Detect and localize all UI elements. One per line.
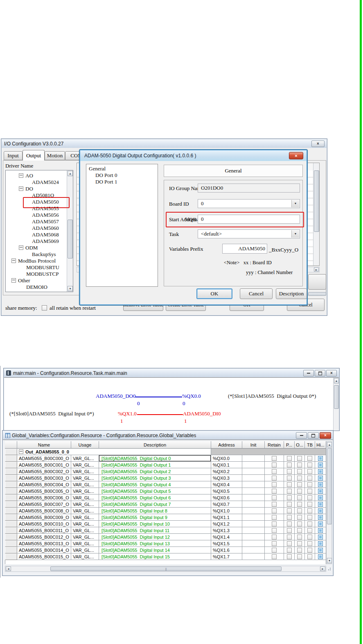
tree-item-adam5056[interactable]: ADAM5056 bbox=[6, 212, 67, 218]
init-cell[interactable] bbox=[242, 462, 265, 468]
gv-hscrollbar[interactable]: ◄ || ► bbox=[5, 566, 326, 572]
minimize-icon[interactable] bbox=[303, 370, 314, 376]
usage-cell[interactable]: VAR_GL... bbox=[71, 494, 99, 501]
p-cell[interactable] bbox=[284, 540, 295, 547]
tree-item-ao[interactable]: AO bbox=[6, 172, 67, 179]
o-checkbox[interactable] bbox=[297, 456, 302, 461]
close-icon[interactable]: × bbox=[320, 432, 331, 439]
tab-input[interactable]: Input bbox=[4, 151, 23, 160]
scroll-up-icon[interactable]: ▲ bbox=[68, 171, 73, 176]
address-cell[interactable]: %QX0.4 bbox=[211, 481, 242, 488]
tb-checkbox[interactable] bbox=[307, 535, 312, 540]
red-net-address[interactable]: %QX1.0 bbox=[118, 410, 137, 417]
tb-cell[interactable] bbox=[305, 547, 315, 553]
hi-cell[interactable] bbox=[315, 488, 326, 494]
address-cell[interactable]: %QX0.3 bbox=[211, 475, 242, 481]
o-checkbox[interactable] bbox=[297, 476, 302, 481]
p-cell[interactable] bbox=[284, 468, 295, 475]
name-cell[interactable]: ADAM5055_B00C004_O bbox=[17, 481, 71, 488]
column-header-hi[interactable]: Hi... bbox=[315, 441, 326, 449]
retain-checkbox[interactable] bbox=[272, 515, 277, 520]
p-cell[interactable] bbox=[284, 481, 295, 488]
scroll-up-icon[interactable]: ▲ bbox=[327, 442, 332, 447]
o-checkbox[interactable] bbox=[297, 469, 302, 474]
init-cell[interactable] bbox=[242, 521, 265, 527]
usage-cell[interactable]: VAR_GL... bbox=[71, 501, 99, 508]
retain-cell[interactable] bbox=[265, 481, 284, 488]
gv-hscroll-thumb[interactable]: || bbox=[50, 567, 282, 571]
column-header-name[interactable]: Name bbox=[17, 441, 71, 449]
tree-item-adam5057[interactable]: ADAM5057 bbox=[6, 218, 67, 225]
board-id-dropdown[interactable]: 0 ▼ bbox=[198, 199, 300, 208]
retain-cell[interactable] bbox=[265, 540, 284, 547]
restore-icon[interactable] bbox=[308, 432, 319, 439]
retain-checkbox[interactable] bbox=[272, 522, 277, 526]
address-cell[interactable]: %QX0.7 bbox=[211, 501, 242, 508]
description-cell[interactable]: [Slot0]ADAM5055 Digital Output 1 bbox=[99, 462, 211, 468]
description-cell[interactable]: [Slot0]ADAM5055 Digital Output 6 bbox=[99, 494, 211, 501]
description-cell[interactable]: [Slot0]ADAM5055 Digital Output 3 bbox=[99, 475, 211, 481]
tb-cell[interactable] bbox=[305, 540, 315, 547]
description-cell[interactable]: [Slot0]ADAM5055 Digital Input 10 bbox=[99, 521, 211, 527]
io-grid-vscrollbar[interactable] bbox=[313, 163, 319, 265]
hi-cell[interactable] bbox=[315, 475, 326, 481]
retain-checkbox[interactable] bbox=[272, 456, 277, 461]
tb-cell[interactable] bbox=[305, 501, 315, 508]
init-cell[interactable] bbox=[242, 494, 265, 501]
retain-cell[interactable] bbox=[265, 494, 284, 501]
row-selector[interactable] bbox=[5, 455, 17, 462]
hi-cell[interactable] bbox=[315, 521, 326, 527]
row-selector[interactable] bbox=[5, 508, 17, 514]
red-net-device[interactable]: ADAM5050_DI0 bbox=[183, 410, 221, 417]
row-selector[interactable] bbox=[5, 449, 17, 455]
retain-cell[interactable] bbox=[265, 488, 284, 494]
task-dropdown[interactable]: <default> ▼ bbox=[198, 229, 300, 238]
o-cell[interactable] bbox=[295, 514, 305, 521]
name-cell[interactable]: ADAM5055_B00C013_O bbox=[17, 540, 71, 547]
retain-cell[interactable] bbox=[265, 508, 284, 514]
p-cell[interactable] bbox=[284, 462, 295, 468]
column-header-address[interactable]: Address bbox=[211, 441, 242, 449]
p-cell[interactable] bbox=[284, 521, 295, 527]
address-cell[interactable]: %QX1.7 bbox=[211, 553, 242, 560]
tb-checkbox[interactable] bbox=[307, 522, 312, 526]
hi-cell[interactable] bbox=[315, 527, 326, 534]
hi-cell[interactable] bbox=[315, 508, 326, 514]
address-cell[interactable]: %QX0.1 bbox=[211, 462, 242, 468]
hi-cell[interactable] bbox=[315, 455, 326, 462]
collapse-icon[interactable] bbox=[11, 259, 16, 263]
cancel-button[interactable]: Cancel bbox=[240, 288, 273, 299]
row-selector[interactable] bbox=[5, 534, 17, 540]
hi-cell[interactable] bbox=[315, 481, 326, 488]
o-cell[interactable] bbox=[295, 475, 305, 481]
p-cell[interactable] bbox=[284, 475, 295, 481]
tb-checkbox[interactable] bbox=[307, 528, 312, 533]
name-cell[interactable]: ADAM5055_B00C006_O bbox=[17, 494, 71, 501]
tb-cell[interactable] bbox=[305, 534, 315, 540]
tree-item-adam5069[interactable]: ADAM5069 bbox=[6, 238, 67, 245]
main-vscroll-thumb[interactable] bbox=[334, 385, 339, 409]
p-checkbox[interactable] bbox=[287, 508, 292, 513]
row-selector[interactable] bbox=[5, 475, 17, 481]
tb-checkbox[interactable] bbox=[307, 476, 312, 481]
o-checkbox[interactable] bbox=[297, 489, 302, 494]
blue-net-address[interactable]: %QX0.0 bbox=[182, 393, 201, 399]
hi-cell[interactable] bbox=[315, 540, 326, 547]
resize-grip-icon[interactable] bbox=[328, 567, 332, 571]
init-cell[interactable] bbox=[242, 553, 265, 560]
hi-checkbox[interactable] bbox=[318, 554, 323, 559]
tree-item-adam5024[interactable]: ADAM5024 bbox=[6, 179, 67, 186]
tb-checkbox[interactable] bbox=[307, 463, 312, 467]
address-cell[interactable]: %QX1.3 bbox=[211, 527, 242, 534]
scroll-left-icon[interactable]: ◄ bbox=[6, 567, 11, 571]
usage-cell[interactable]: VAR_GL... bbox=[71, 462, 99, 468]
column-header-tb[interactable]: TB bbox=[305, 441, 315, 449]
minimize-icon[interactable] bbox=[296, 432, 307, 439]
description-button[interactable]: Description bbox=[276, 288, 307, 299]
usage-cell[interactable]: VAR_GL... bbox=[71, 514, 99, 521]
tb-checkbox[interactable] bbox=[307, 508, 312, 513]
name-cell[interactable]: ADAM5055_B00C000_O bbox=[17, 455, 71, 462]
retain-cell[interactable] bbox=[265, 468, 284, 475]
name-cell[interactable]: ADAM5055_B00C003_O bbox=[17, 475, 71, 481]
retain-checkbox[interactable] bbox=[272, 554, 277, 559]
